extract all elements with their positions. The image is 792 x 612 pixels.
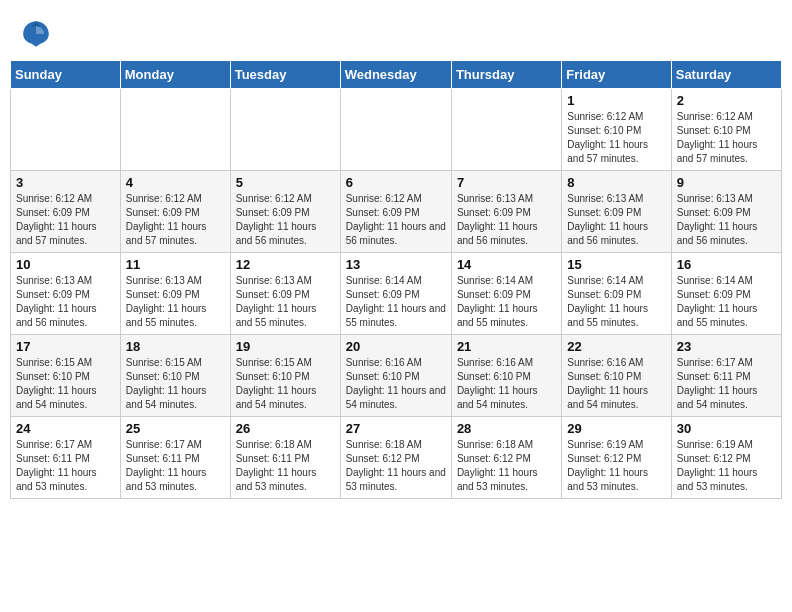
day-info: Sunrise: 6:13 AM Sunset: 6:09 PM Dayligh… — [126, 274, 225, 330]
calendar-cell: 30Sunrise: 6:19 AM Sunset: 6:12 PM Dayli… — [671, 417, 781, 499]
day-number: 22 — [567, 339, 665, 354]
calendar-cell: 12Sunrise: 6:13 AM Sunset: 6:09 PM Dayli… — [230, 253, 340, 335]
day-number: 24 — [16, 421, 115, 436]
day-info: Sunrise: 6:16 AM Sunset: 6:10 PM Dayligh… — [567, 356, 665, 412]
calendar-header-tuesday: Tuesday — [230, 61, 340, 89]
calendar-cell — [11, 89, 121, 171]
calendar-cell: 16Sunrise: 6:14 AM Sunset: 6:09 PM Dayli… — [671, 253, 781, 335]
day-number: 1 — [567, 93, 665, 108]
calendar-week-row-1: 1Sunrise: 6:12 AM Sunset: 6:10 PM Daylig… — [11, 89, 782, 171]
day-number: 18 — [126, 339, 225, 354]
calendar-cell: 18Sunrise: 6:15 AM Sunset: 6:10 PM Dayli… — [120, 335, 230, 417]
calendar-cell: 23Sunrise: 6:17 AM Sunset: 6:11 PM Dayli… — [671, 335, 781, 417]
day-info: Sunrise: 6:15 AM Sunset: 6:10 PM Dayligh… — [16, 356, 115, 412]
day-number: 5 — [236, 175, 335, 190]
calendar-week-row-5: 24Sunrise: 6:17 AM Sunset: 6:11 PM Dayli… — [11, 417, 782, 499]
day-number: 16 — [677, 257, 776, 272]
day-number: 12 — [236, 257, 335, 272]
day-info: Sunrise: 6:17 AM Sunset: 6:11 PM Dayligh… — [16, 438, 115, 494]
day-number: 15 — [567, 257, 665, 272]
calendar-cell — [230, 89, 340, 171]
calendar-cell: 8Sunrise: 6:13 AM Sunset: 6:09 PM Daylig… — [562, 171, 671, 253]
day-info: Sunrise: 6:17 AM Sunset: 6:11 PM Dayligh… — [126, 438, 225, 494]
calendar-cell: 25Sunrise: 6:17 AM Sunset: 6:11 PM Dayli… — [120, 417, 230, 499]
day-number: 19 — [236, 339, 335, 354]
day-number: 10 — [16, 257, 115, 272]
calendar-header-thursday: Thursday — [451, 61, 561, 89]
calendar-cell: 1Sunrise: 6:12 AM Sunset: 6:10 PM Daylig… — [562, 89, 671, 171]
page-header — [10, 10, 782, 54]
day-info: Sunrise: 6:12 AM Sunset: 6:09 PM Dayligh… — [16, 192, 115, 248]
day-number: 11 — [126, 257, 225, 272]
day-info: Sunrise: 6:12 AM Sunset: 6:10 PM Dayligh… — [567, 110, 665, 166]
day-info: Sunrise: 6:12 AM Sunset: 6:09 PM Dayligh… — [236, 192, 335, 248]
day-info: Sunrise: 6:13 AM Sunset: 6:09 PM Dayligh… — [567, 192, 665, 248]
calendar-cell: 7Sunrise: 6:13 AM Sunset: 6:09 PM Daylig… — [451, 171, 561, 253]
calendar-table: SundayMondayTuesdayWednesdayThursdayFrid… — [10, 60, 782, 499]
logo-icon — [20, 18, 52, 50]
calendar-cell: 22Sunrise: 6:16 AM Sunset: 6:10 PM Dayli… — [562, 335, 671, 417]
calendar-cell: 17Sunrise: 6:15 AM Sunset: 6:10 PM Dayli… — [11, 335, 121, 417]
calendar-week-row-3: 10Sunrise: 6:13 AM Sunset: 6:09 PM Dayli… — [11, 253, 782, 335]
calendar-header-monday: Monday — [120, 61, 230, 89]
day-number: 2 — [677, 93, 776, 108]
day-number: 7 — [457, 175, 556, 190]
day-number: 27 — [346, 421, 446, 436]
calendar-cell: 24Sunrise: 6:17 AM Sunset: 6:11 PM Dayli… — [11, 417, 121, 499]
calendar-header-saturday: Saturday — [671, 61, 781, 89]
calendar-cell: 11Sunrise: 6:13 AM Sunset: 6:09 PM Dayli… — [120, 253, 230, 335]
day-info: Sunrise: 6:13 AM Sunset: 6:09 PM Dayligh… — [457, 192, 556, 248]
day-info: Sunrise: 6:12 AM Sunset: 6:09 PM Dayligh… — [126, 192, 225, 248]
day-info: Sunrise: 6:18 AM Sunset: 6:11 PM Dayligh… — [236, 438, 335, 494]
calendar-cell: 10Sunrise: 6:13 AM Sunset: 6:09 PM Dayli… — [11, 253, 121, 335]
day-info: Sunrise: 6:17 AM Sunset: 6:11 PM Dayligh… — [677, 356, 776, 412]
day-info: Sunrise: 6:13 AM Sunset: 6:09 PM Dayligh… — [236, 274, 335, 330]
calendar-cell: 6Sunrise: 6:12 AM Sunset: 6:09 PM Daylig… — [340, 171, 451, 253]
day-info: Sunrise: 6:15 AM Sunset: 6:10 PM Dayligh… — [126, 356, 225, 412]
calendar-header-row: SundayMondayTuesdayWednesdayThursdayFrid… — [11, 61, 782, 89]
day-info: Sunrise: 6:14 AM Sunset: 6:09 PM Dayligh… — [346, 274, 446, 330]
day-number: 23 — [677, 339, 776, 354]
calendar-cell: 20Sunrise: 6:16 AM Sunset: 6:10 PM Dayli… — [340, 335, 451, 417]
calendar-cell: 19Sunrise: 6:15 AM Sunset: 6:10 PM Dayli… — [230, 335, 340, 417]
day-number: 30 — [677, 421, 776, 436]
day-number: 14 — [457, 257, 556, 272]
day-info: Sunrise: 6:19 AM Sunset: 6:12 PM Dayligh… — [677, 438, 776, 494]
calendar-cell: 27Sunrise: 6:18 AM Sunset: 6:12 PM Dayli… — [340, 417, 451, 499]
day-info: Sunrise: 6:19 AM Sunset: 6:12 PM Dayligh… — [567, 438, 665, 494]
day-number: 4 — [126, 175, 225, 190]
calendar-cell — [340, 89, 451, 171]
day-number: 29 — [567, 421, 665, 436]
calendar-cell: 9Sunrise: 6:13 AM Sunset: 6:09 PM Daylig… — [671, 171, 781, 253]
calendar-cell: 26Sunrise: 6:18 AM Sunset: 6:11 PM Dayli… — [230, 417, 340, 499]
calendar-week-row-2: 3Sunrise: 6:12 AM Sunset: 6:09 PM Daylig… — [11, 171, 782, 253]
logo — [20, 18, 56, 50]
day-number: 3 — [16, 175, 115, 190]
day-info: Sunrise: 6:13 AM Sunset: 6:09 PM Dayligh… — [16, 274, 115, 330]
day-info: Sunrise: 6:16 AM Sunset: 6:10 PM Dayligh… — [346, 356, 446, 412]
day-info: Sunrise: 6:14 AM Sunset: 6:09 PM Dayligh… — [457, 274, 556, 330]
calendar-cell: 29Sunrise: 6:19 AM Sunset: 6:12 PM Dayli… — [562, 417, 671, 499]
calendar-header-friday: Friday — [562, 61, 671, 89]
day-info: Sunrise: 6:15 AM Sunset: 6:10 PM Dayligh… — [236, 356, 335, 412]
calendar-cell: 28Sunrise: 6:18 AM Sunset: 6:12 PM Dayli… — [451, 417, 561, 499]
calendar-cell: 15Sunrise: 6:14 AM Sunset: 6:09 PM Dayli… — [562, 253, 671, 335]
day-number: 13 — [346, 257, 446, 272]
calendar-cell: 21Sunrise: 6:16 AM Sunset: 6:10 PM Dayli… — [451, 335, 561, 417]
calendar-cell — [451, 89, 561, 171]
day-info: Sunrise: 6:12 AM Sunset: 6:10 PM Dayligh… — [677, 110, 776, 166]
day-number: 20 — [346, 339, 446, 354]
day-info: Sunrise: 6:13 AM Sunset: 6:09 PM Dayligh… — [677, 192, 776, 248]
calendar-header-wednesday: Wednesday — [340, 61, 451, 89]
calendar-cell: 4Sunrise: 6:12 AM Sunset: 6:09 PM Daylig… — [120, 171, 230, 253]
calendar-cell: 14Sunrise: 6:14 AM Sunset: 6:09 PM Dayli… — [451, 253, 561, 335]
day-number: 21 — [457, 339, 556, 354]
calendar-header-sunday: Sunday — [11, 61, 121, 89]
calendar-cell — [120, 89, 230, 171]
day-number: 28 — [457, 421, 556, 436]
day-info: Sunrise: 6:18 AM Sunset: 6:12 PM Dayligh… — [346, 438, 446, 494]
day-number: 8 — [567, 175, 665, 190]
day-info: Sunrise: 6:18 AM Sunset: 6:12 PM Dayligh… — [457, 438, 556, 494]
calendar-cell: 13Sunrise: 6:14 AM Sunset: 6:09 PM Dayli… — [340, 253, 451, 335]
calendar-cell: 3Sunrise: 6:12 AM Sunset: 6:09 PM Daylig… — [11, 171, 121, 253]
